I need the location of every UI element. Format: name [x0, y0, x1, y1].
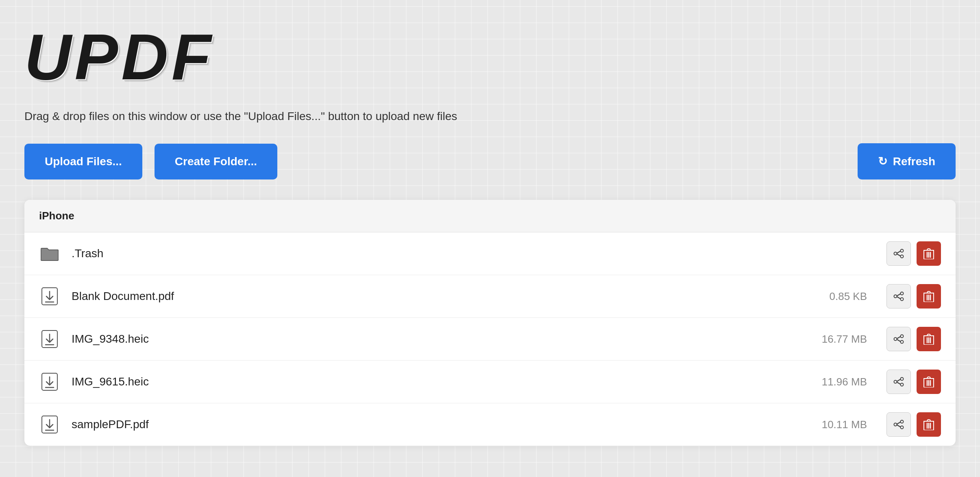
actions-left: Upload Files... Create Folder...	[24, 144, 845, 179]
share-button[interactable]	[886, 370, 911, 394]
svg-point-5	[901, 255, 904, 258]
list-item: samplePDF.pdf10.11 MB	[24, 403, 956, 446]
svg-point-39	[894, 381, 897, 383]
file-actions	[886, 241, 941, 266]
share-button[interactable]	[886, 412, 911, 437]
svg-point-49	[901, 426, 904, 429]
delete-button[interactable]	[917, 284, 941, 309]
list-item: Blank Document.pdf0.85 KB	[24, 275, 956, 318]
file-actions	[886, 370, 941, 394]
upload-files-button[interactable]: Upload Files...	[24, 144, 142, 179]
file-name: IMG_9348.heic	[72, 333, 791, 346]
list-item: .Trash	[24, 232, 956, 275]
file-name: Blank Document.pdf	[72, 290, 791, 303]
file-actions	[886, 327, 941, 351]
file-size: 16.77 MB	[802, 333, 867, 346]
file-name: IMG_9615.heic	[72, 375, 791, 388]
download-icon	[39, 286, 60, 307]
file-actions	[886, 412, 941, 437]
svg-point-27	[901, 341, 904, 344]
list-item: IMG_9615.heic11.96 MB	[24, 361, 956, 403]
download-icon	[39, 414, 60, 435]
file-list: .Trash Blank Document.pdf0.85 KB	[24, 232, 956, 446]
list-item: IMG_9348.heic16.77 MB	[24, 318, 956, 361]
svg-point-38	[901, 383, 904, 386]
svg-point-48	[901, 420, 904, 423]
share-button[interactable]	[886, 327, 911, 351]
svg-point-17	[894, 295, 897, 298]
delete-button[interactable]	[917, 412, 941, 437]
refresh-label: Refresh	[893, 155, 935, 168]
download-icon	[39, 371, 60, 392]
svg-point-26	[901, 335, 904, 338]
svg-point-6	[894, 252, 897, 255]
subtitle: Drag & drop files on this window or use …	[24, 110, 956, 123]
file-size: 10.11 MB	[802, 418, 867, 431]
folder-icon	[39, 243, 60, 264]
delete-button[interactable]	[917, 241, 941, 266]
file-actions	[886, 284, 941, 309]
svg-point-37	[901, 378, 904, 381]
panel-header: iPhone	[24, 200, 956, 232]
delete-button[interactable]	[917, 327, 941, 351]
svg-point-15	[901, 292, 904, 295]
delete-button[interactable]	[917, 370, 941, 394]
share-button[interactable]	[886, 241, 911, 266]
svg-point-50	[894, 423, 897, 426]
refresh-icon: ↻	[878, 155, 887, 168]
logo: UPDF	[24, 24, 956, 90]
file-name: .Trash	[72, 247, 791, 260]
svg-point-28	[894, 338, 897, 341]
file-size: 11.96 MB	[802, 376, 867, 388]
file-panel: iPhone .Trash	[24, 200, 956, 446]
file-name: samplePDF.pdf	[72, 418, 791, 431]
actions-row: Upload Files... Create Folder... ↻ Refre…	[24, 143, 956, 179]
svg-point-16	[901, 298, 904, 301]
create-folder-button[interactable]: Create Folder...	[155, 144, 277, 179]
svg-point-4	[901, 249, 904, 252]
file-size: 0.85 KB	[802, 290, 867, 303]
refresh-button[interactable]: ↻ Refresh	[858, 143, 956, 179]
share-button[interactable]	[886, 284, 911, 309]
download-icon	[39, 328, 60, 350]
